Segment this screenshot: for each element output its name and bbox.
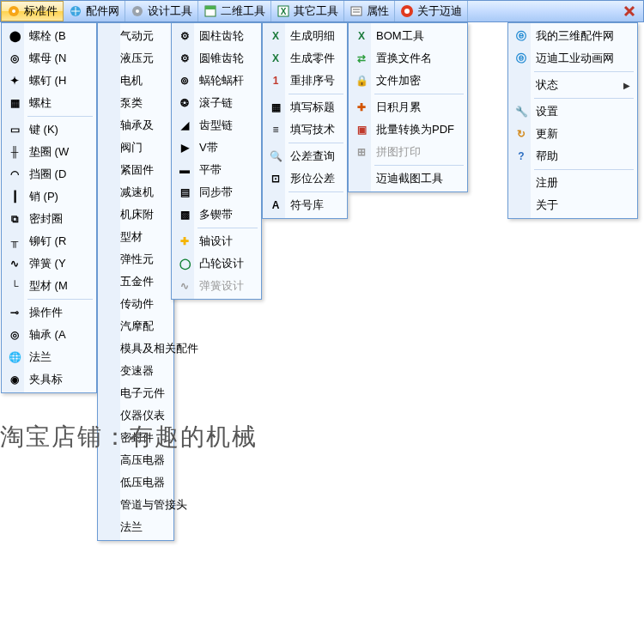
form-icon: ▦	[269, 100, 283, 114]
doc-plus-icon: ✚	[355, 100, 368, 114]
svg-rect-6	[205, 6, 216, 9]
mi-geo-tol[interactable]: ⊡形位公差	[264, 167, 345, 190]
menu-standard-parts[interactable]: 标准件	[1, 1, 64, 21]
watermark-text: 淘宝店铺：有趣的机械	[0, 421, 258, 453]
mi-profile[interactable]: └型材 (M	[3, 275, 94, 297]
mi-rename[interactable]: ⇄置换文件名	[350, 47, 465, 70]
mi-worm[interactable]: ⊚蜗轮蜗杆	[173, 70, 259, 92]
mi-electronic[interactable]: 电子元件	[100, 382, 172, 404]
mi-profile2[interactable]: 型材	[100, 226, 172, 248]
mi-spring[interactable]: ∿弹簧 (Y	[3, 252, 94, 275]
mi-flatbelt[interactable]: ▬平带	[173, 159, 259, 181]
mi-bevel-gear[interactable]: ⚙圆锥齿轮	[173, 47, 259, 70]
mi-help[interactable]: ?帮助	[510, 145, 635, 167]
mi-syncbelt[interactable]: ▤同步带	[173, 181, 259, 204]
mi-rivet[interactable]: ╥铆钉 (R	[3, 230, 94, 252]
mi-fixture[interactable]: ◉夹具标	[3, 368, 94, 391]
mi-vbelt[interactable]: ▶V带	[173, 137, 259, 159]
magnify-icon: 🔍	[269, 149, 283, 163]
pdf-icon: ▣	[355, 123, 368, 137]
mi-about[interactable]: 关于	[510, 194, 635, 216]
menu-label: 其它工具	[294, 3, 338, 19]
mi-anim-net[interactable]: ⓔ迈迪工业动画网	[510, 47, 635, 70]
mi-gearbox[interactable]: 变速器	[100, 360, 172, 382]
mi-elastic[interactable]: 弹性元	[100, 248, 172, 270]
menu-design-tools[interactable]: 设计工具	[125, 1, 198, 21]
menu-properties[interactable]: 属性	[344, 1, 395, 21]
mi-retainring[interactable]: ◠挡圈 (D	[3, 163, 94, 185]
mi-pipe[interactable]: 管道与管接头	[100, 494, 172, 516]
mi-hardware[interactable]: 五金件	[100, 270, 172, 293]
mi-cam[interactable]: ◯凸轮设计	[173, 252, 259, 275]
mi-seal[interactable]: ⧉密封圈	[3, 208, 94, 230]
mi-washer[interactable]: ╫垫圈 (W	[3, 141, 94, 163]
mi-reducer[interactable]: 减速机	[100, 181, 172, 204]
mi-fastener[interactable]: 紧固件	[100, 159, 172, 181]
dropdown-design: ⚙圆柱齿轮 ⚙圆锥齿轮 ⊚蜗轮蜗杆 ❂滚子链 ◢齿型链 ▶V带 ▬平带 ▤同步带…	[171, 22, 262, 300]
mi-pin[interactable]: ┃销 (P)	[3, 185, 94, 208]
mi-pump[interactable]: 泵类	[100, 92, 172, 114]
mi-tooth-chain[interactable]: ◢齿型链	[173, 114, 259, 137]
mi-pneumatic[interactable]: 气动元	[100, 25, 172, 47]
key-icon: ▭	[8, 123, 21, 137]
separator	[534, 71, 634, 72]
mi-transmission[interactable]: 传动件	[100, 293, 172, 315]
menu-label: 二维工具	[221, 3, 265, 19]
mi-screenshot[interactable]: 迈迪截图工具	[350, 167, 465, 190]
mi-encrypt[interactable]: 🔒文件加密	[350, 70, 465, 92]
mi-key[interactable]: ▭键 (K)	[3, 118, 94, 141]
mi-roller-chain[interactable]: ❂滚子链	[173, 92, 259, 114]
tooth-chain-icon: ◢	[178, 118, 191, 132]
mi-my3d[interactable]: ⓔ我的三维配件网	[510, 25, 635, 47]
mi-mold[interactable]: 模具及相关配件	[100, 337, 172, 360]
mi-hydraulic[interactable]: 液压元	[100, 47, 172, 70]
globe-icon: 🌐	[8, 350, 21, 364]
mi-nut[interactable]: ◎螺母 (N	[3, 47, 94, 70]
mi-tileprint[interactable]: ⊞拼图打印	[350, 141, 465, 163]
mi-daily[interactable]: ✚日积月累	[350, 96, 465, 118]
mi-fill-title[interactable]: ▦填写标题	[264, 96, 345, 118]
mi-flange[interactable]: 🌐法兰	[3, 346, 94, 368]
stud-icon: ▦	[8, 96, 21, 110]
menubar: 标准件 配件网 设计工具 二维工具 X 其它工具 属性 关于迈迪	[0, 0, 644, 22]
mi-reorder[interactable]: 1重排序号	[264, 70, 345, 92]
mi-gen-bom[interactable]: X生成明细	[264, 25, 345, 47]
mi-status[interactable]: 状态▶	[510, 74, 635, 96]
mi-screw[interactable]: ✦螺钉 (H	[3, 70, 94, 92]
mi-update[interactable]: ↻更新	[510, 123, 635, 145]
mi-spring-design[interactable]: ∿弹簧设计	[173, 275, 259, 297]
menu-2d-tools[interactable]: 二维工具	[198, 1, 271, 21]
list-icon: ≡	[269, 123, 283, 137]
mi-valve[interactable]: 阀门	[100, 137, 172, 159]
mi-bearing[interactable]: ◎轴承 (A	[3, 324, 94, 346]
mi-operator[interactable]: ⊸操作件	[3, 301, 94, 324]
mi-settings[interactable]: 🔧设置	[510, 100, 635, 123]
mi-register[interactable]: 注册	[510, 172, 635, 194]
mi-symbol-lib[interactable]: A符号库	[264, 194, 345, 216]
mi-bom-tool[interactable]: XBOM工具	[350, 25, 465, 47]
mi-tolerance[interactable]: 🔍公差查询	[264, 145, 345, 167]
mi-shaft[interactable]: ✚轴设计	[173, 230, 259, 252]
gear-icon: ⚙	[178, 29, 191, 43]
mi-batch-pdf[interactable]: ▣批量转换为PDF	[350, 118, 465, 141]
mi-spur-gear[interactable]: ⚙圆柱齿轮	[173, 25, 259, 47]
menu-other-tools[interactable]: X 其它工具	[271, 1, 344, 21]
mi-motor[interactable]: 电机	[100, 70, 172, 92]
separator	[27, 299, 93, 300]
mi-stud[interactable]: ▦螺柱	[3, 92, 94, 114]
mi-ribbelt[interactable]: ▩多锲带	[173, 204, 259, 226]
mi-machine-acc[interactable]: 机床附	[100, 204, 172, 226]
dropdown-parts: 气动元 液压元 电机 泵类 轴承及 阀门 紧固件 减速机 机床附 型材 弹性元 …	[97, 22, 174, 541]
mi-gen-part[interactable]: X生成零件	[264, 47, 345, 70]
menu-parts-net[interactable]: 配件网	[64, 1, 125, 21]
ie2-icon: ⓔ	[514, 29, 528, 43]
mi-bearing2[interactable]: 轴承及	[100, 114, 172, 137]
mi-auto[interactable]: 汽摩配	[100, 315, 172, 337]
mi-lv[interactable]: 低压电器	[100, 471, 172, 494]
ribbelt-icon: ▩	[178, 208, 191, 222]
close-button[interactable]	[616, 1, 643, 21]
mi-fill-tech[interactable]: ≡填写技术	[264, 118, 345, 141]
mi-bolt[interactable]: ⬤螺栓 (B	[3, 25, 94, 47]
mi-flange2[interactable]: 法兰	[100, 516, 172, 538]
menu-about[interactable]: 关于迈迪	[395, 1, 468, 21]
